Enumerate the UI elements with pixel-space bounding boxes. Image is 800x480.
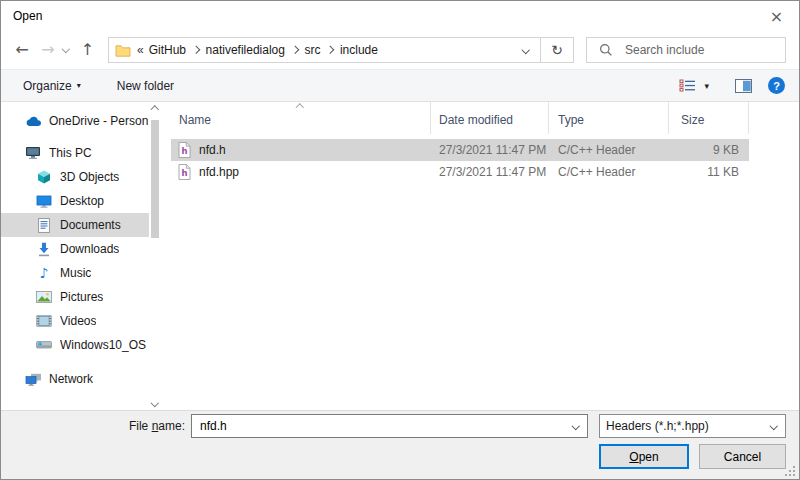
breadcrumb-include[interactable]: include bbox=[335, 43, 383, 57]
back-button[interactable]: ← bbox=[9, 40, 35, 59]
file-name-dropdown-chevron-icon[interactable] bbox=[571, 422, 579, 430]
command-toolbar: Organize ▾ New folder ▾ ? bbox=[1, 69, 799, 102]
refresh-icon: ↻ bbox=[551, 42, 563, 58]
onedrive-icon bbox=[24, 116, 42, 127]
window-title: Open bbox=[13, 9, 42, 23]
breadcrumb-nativefiledialog[interactable]: nativefiledialog bbox=[201, 43, 290, 57]
documents-icon bbox=[35, 218, 53, 233]
file-name-input[interactable] bbox=[198, 418, 573, 434]
pictures-icon bbox=[35, 291, 53, 303]
breadcrumb-github[interactable]: GitHub bbox=[144, 43, 191, 57]
address-dropdown-chevron-icon[interactable] bbox=[521, 46, 529, 54]
file-type: C/C++ Header bbox=[549, 165, 669, 179]
view-options-caret-icon[interactable]: ▾ bbox=[704, 81, 709, 91]
scroll-down-icon[interactable] bbox=[151, 398, 159, 406]
downloads-icon bbox=[35, 242, 53, 257]
folder-icon bbox=[115, 44, 131, 57]
header-file-icon: h bbox=[178, 164, 191, 180]
close-icon: × bbox=[770, 7, 783, 26]
music-icon: ♪ bbox=[35, 266, 53, 280]
drive-icon bbox=[35, 340, 53, 350]
preview-pane-icon bbox=[735, 79, 752, 93]
cancel-button[interactable]: Cancel bbox=[699, 444, 786, 469]
sidebar-item-desktop[interactable]: Desktop bbox=[1, 189, 149, 213]
navigation-row: ← → ↑ « GitHub nativefiledialog src incl… bbox=[1, 31, 799, 69]
file-type-dropdown-chevron-icon bbox=[769, 422, 777, 430]
header-file-icon: h bbox=[178, 142, 191, 158]
crumb-separator-icon[interactable] bbox=[291, 46, 299, 54]
forward-arrow-icon: → bbox=[41, 40, 54, 59]
address-bar[interactable]: « GitHub nativefiledialog src include ↻ bbox=[108, 37, 574, 63]
forward-button[interactable]: → bbox=[35, 40, 61, 59]
sidebar-item-3d-objects[interactable]: 3D Objects bbox=[1, 165, 149, 189]
this-pc-icon bbox=[24, 146, 42, 160]
crumb-separator-icon[interactable] bbox=[326, 46, 334, 54]
recent-locations-chevron-icon[interactable] bbox=[62, 45, 70, 53]
scrollbar-thumb[interactable] bbox=[151, 120, 159, 238]
scroll-up-icon[interactable] bbox=[151, 106, 159, 114]
preview-pane-button[interactable] bbox=[735, 79, 752, 93]
column-header-type[interactable]: Type bbox=[549, 102, 669, 134]
file-name: nfd.h bbox=[199, 143, 226, 157]
file-name-combobox[interactable] bbox=[191, 414, 588, 438]
column-headers: Name Date modified Type Size bbox=[171, 102, 799, 134]
sidebar-item-this-pc[interactable]: This PC bbox=[1, 141, 149, 165]
file-type: C/C++ Header bbox=[549, 143, 669, 157]
resize-grip-icon[interactable] bbox=[793, 474, 795, 476]
file-date: 27/3/2021 11:47 PM bbox=[431, 143, 549, 157]
help-button[interactable]: ? bbox=[768, 77, 785, 94]
file-size: 9 KB bbox=[669, 143, 749, 157]
search-input[interactable] bbox=[623, 42, 785, 58]
svg-text:h: h bbox=[181, 146, 187, 156]
file-type-select[interactable]: Headers (*.h;*.hpp) bbox=[599, 414, 786, 438]
back-arrow-icon: ← bbox=[15, 40, 28, 59]
file-name-label: File name: bbox=[119, 419, 185, 433]
file-type-value: Headers (*.h;*.hpp) bbox=[606, 419, 771, 433]
column-header-size[interactable]: Size bbox=[669, 102, 749, 134]
file-date: 27/3/2021 11:47 PM bbox=[431, 165, 549, 179]
desktop-icon bbox=[35, 195, 53, 208]
search-icon bbox=[599, 43, 613, 57]
sidebar-scrollbar[interactable] bbox=[147, 102, 163, 410]
3d-objects-icon bbox=[35, 170, 53, 184]
crumb-separator-icon[interactable] bbox=[192, 46, 200, 54]
breadcrumb-overflow-indicator[interactable]: « bbox=[137, 43, 144, 57]
file-size: 11 KB bbox=[669, 165, 749, 179]
file-row-nfd-hpp[interactable]: h nfd.hpp 27/3/2021 11:47 PM C/C++ Heade… bbox=[171, 161, 749, 183]
up-button[interactable]: ↑ bbox=[75, 40, 101, 59]
sidebar-item-network[interactable]: Network bbox=[1, 367, 149, 391]
close-button[interactable]: × bbox=[754, 1, 799, 31]
title-bar: Open × bbox=[1, 1, 799, 31]
organize-button[interactable]: Organize ▾ bbox=[23, 79, 81, 93]
sidebar-item-videos[interactable]: Videos bbox=[1, 309, 149, 333]
open-dialog: Open × ← → ↑ « GitHub nativefiledialog s… bbox=[0, 0, 800, 480]
up-arrow-icon: ↑ bbox=[81, 40, 94, 59]
change-view-icon[interactable] bbox=[679, 79, 696, 92]
sidebar-item-pictures[interactable]: Pictures bbox=[1, 285, 149, 309]
sidebar-item-onedrive[interactable]: OneDrive - Person bbox=[1, 109, 149, 133]
file-name: nfd.hpp bbox=[199, 165, 239, 179]
network-icon bbox=[24, 373, 42, 386]
file-list: Name Date modified Type Size h nfd.h 27/… bbox=[171, 102, 799, 410]
sidebar-item-documents[interactable]: Documents bbox=[1, 213, 149, 237]
open-button[interactable]: Open bbox=[599, 444, 689, 469]
organize-caret-icon: ▾ bbox=[77, 81, 81, 90]
main-area: OneDrive - Person This PC 3D Objects Des… bbox=[1, 102, 799, 410]
sidebar-item-downloads[interactable]: Downloads bbox=[1, 237, 149, 261]
help-icon: ? bbox=[773, 80, 780, 92]
sidebar-item-windows10-os[interactable]: Windows10_OS ( bbox=[1, 333, 149, 357]
search-box[interactable] bbox=[586, 37, 786, 63]
column-header-date-modified[interactable]: Date modified bbox=[431, 102, 549, 134]
sidebar-item-music[interactable]: ♪ Music bbox=[1, 261, 149, 285]
svg-text:h: h bbox=[181, 168, 187, 178]
new-folder-button[interactable]: New folder bbox=[117, 79, 174, 93]
videos-icon bbox=[35, 315, 53, 327]
file-row-nfd-h[interactable]: h nfd.h 27/3/2021 11:47 PM C/C++ Header … bbox=[171, 139, 749, 161]
refresh-button[interactable]: ↻ bbox=[541, 42, 573, 58]
breadcrumb-src[interactable]: src bbox=[299, 43, 325, 57]
navigation-pane: OneDrive - Person This PC 3D Objects Des… bbox=[1, 102, 171, 410]
dialog-footer: File name: Headers (*.h;*.hpp) Open Canc… bbox=[1, 410, 799, 480]
